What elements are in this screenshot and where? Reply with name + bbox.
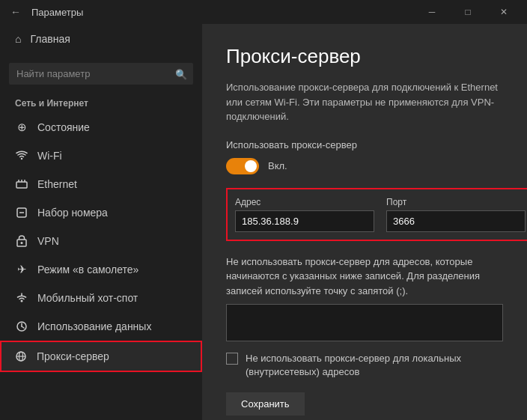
back-button[interactable]: ← (6, 3, 25, 21)
sidebar-home-label: Главная (30, 33, 70, 45)
port-input[interactable] (386, 210, 526, 232)
sidebar-item-status[interactable]: ⊕ Состояние (0, 113, 202, 141)
sidebar-item-label: Прокси-сервер (37, 350, 109, 362)
local-bypass-row: Не использовать прокси-сервер для локаль… (226, 352, 503, 379)
dialup-icon (15, 206, 28, 219)
local-bypass-label: Не использовать прокси-сервер для локаль… (246, 352, 503, 379)
port-label: Порт (386, 197, 526, 207)
address-label: Адрес (235, 197, 374, 207)
sidebar-item-home[interactable]: ⌂ Главная (0, 24, 202, 54)
port-field-group: Порт (386, 197, 526, 232)
sidebar-search-container: 🔍 (9, 63, 193, 85)
close-button[interactable]: ✕ (487, 0, 521, 24)
search-input[interactable] (9, 63, 193, 85)
svg-rect-0 (16, 182, 27, 188)
title-bar: ← Параметры ─ □ ✕ (0, 0, 527, 24)
airplane-icon: ✈ (15, 263, 28, 276)
sidebar-item-label: Мобильный хот-спот (37, 292, 138, 304)
sidebar-item-datausage[interactable]: Использование данных (0, 312, 202, 341)
window-controls: ─ □ ✕ (415, 0, 521, 24)
home-icon: ⌂ (15, 33, 21, 45)
page-title: Прокси-сервер (226, 45, 503, 68)
sidebar-item-label: Wi-Fi (37, 150, 62, 162)
sidebar-item-hotspot[interactable]: Мобильный хот-спот (0, 284, 202, 312)
address-field-group: Адрес (235, 197, 374, 232)
maximize-button[interactable]: □ (451, 0, 485, 24)
sidebar-item-label: Использование данных (37, 320, 151, 332)
minimize-button[interactable]: ─ (415, 0, 449, 24)
exceptions-input[interactable] (226, 304, 503, 341)
address-input[interactable] (235, 210, 374, 232)
exceptions-label: Не использовать прокси-сервер для адресо… (226, 255, 503, 299)
datausage-icon (15, 320, 28, 333)
ethernet-icon (15, 177, 28, 191)
sidebar-item-label: Ethernet (37, 178, 77, 190)
toggle-label: Вкл. (268, 160, 287, 171)
title-bar-left: ← Параметры (6, 3, 83, 21)
main-content: Прокси-сервер Использование прокси-серве… (202, 24, 527, 420)
sidebar-item-proxy[interactable]: Прокси-сервер (0, 341, 202, 372)
search-icon: 🔍 (175, 68, 187, 79)
proxy-toggle[interactable] (226, 158, 259, 174)
vpn-icon (15, 234, 28, 248)
sidebar-item-dialup[interactable]: Набор номера (0, 198, 202, 227)
app-title: Параметры (31, 7, 83, 18)
sidebar-item-label: Состояние (37, 121, 90, 133)
wifi-icon (15, 149, 28, 162)
toggle-row: Вкл. (226, 158, 503, 174)
sidebar: ⌂ Главная 🔍 Сеть и Интернет ⊕ Состояние (0, 24, 202, 420)
save-button[interactable]: Сохранить (226, 392, 305, 416)
sidebar-item-label: VPN (37, 235, 59, 247)
local-bypass-checkbox[interactable] (226, 353, 238, 365)
sidebar-item-airplane[interactable]: ✈ Режим «в самолете» (0, 255, 202, 284)
address-port-container: Адрес Порт (226, 188, 527, 241)
sidebar-item-wifi[interactable]: Wi-Fi (0, 141, 202, 170)
page-description: Использование прокси-сервера для подключ… (226, 80, 503, 124)
toggle-section-label: Использовать прокси-сервер (226, 139, 503, 150)
sidebar-section-title: Сеть и Интернет (0, 91, 202, 113)
sidebar-item-ethernet[interactable]: Ethernet (0, 170, 202, 198)
status-icon: ⊕ (15, 121, 28, 134)
sidebar-item-label: Режим «в самолете» (37, 264, 138, 276)
svg-point-7 (21, 242, 23, 244)
sidebar-item-label: Набор номера (37, 207, 108, 219)
hotspot-icon (15, 291, 28, 305)
sidebar-item-vpn[interactable]: VPN (0, 227, 202, 255)
app-container: ⌂ Главная 🔍 Сеть и Интернет ⊕ Состояние (0, 24, 527, 420)
svg-point-8 (21, 300, 23, 302)
proxy-icon (14, 350, 28, 363)
